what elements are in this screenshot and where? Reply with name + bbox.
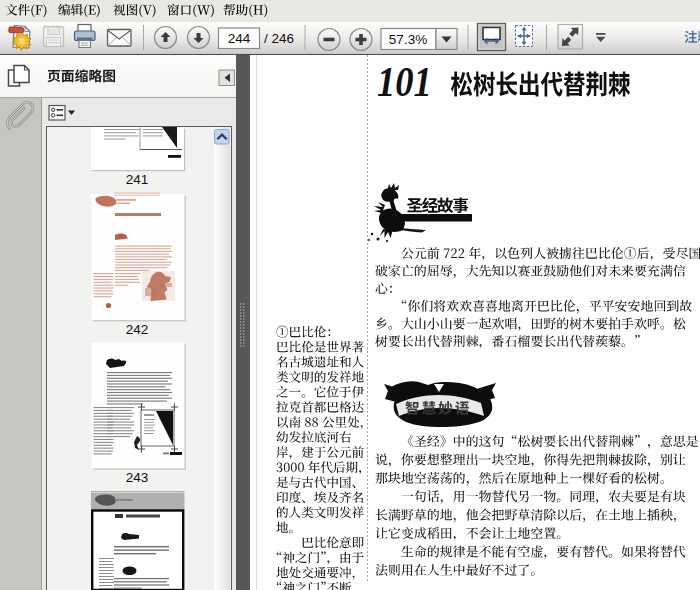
- svg-text:101: 101: [377, 59, 432, 106]
- svg-text:243: 243: [126, 470, 149, 485]
- svg-text:57.3%: 57.3%: [389, 32, 427, 47]
- svg-text:241: 241: [126, 172, 149, 187]
- svg-text:244: 244: [228, 31, 251, 46]
- svg-text:/ 246: / 246: [264, 31, 294, 46]
- svg-text:242: 242: [126, 322, 149, 337]
